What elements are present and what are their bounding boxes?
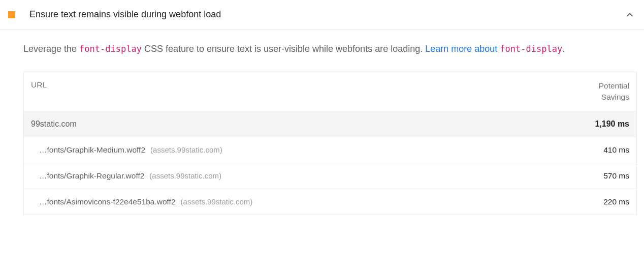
- audit-header[interactable]: Ensure text remains visible during webfo…: [0, 0, 644, 29]
- col-header-url: URL: [31, 80, 573, 102]
- resource-origin: (assets.99static.com): [149, 171, 221, 180]
- resource-savings: 220 ms: [603, 197, 629, 206]
- font-display-code: font-display: [79, 44, 142, 54]
- warning-square-icon: [8, 11, 15, 18]
- table-row: …fonts/Graphik-Medium.woff2 (assets.99st…: [24, 137, 636, 163]
- resource-path: …fonts/Asimovicons-f22e4e51ba.woff2: [39, 197, 176, 206]
- desc-text: Leverage the: [23, 44, 79, 54]
- audit-description: Leverage the font-display CSS feature to…: [23, 41, 637, 57]
- origin-total-savings: 1,190 ms: [595, 119, 629, 129]
- resource-cell: …fonts/Graphik-Regular.woff2 (assets.99s…: [39, 171, 603, 181]
- chevron-up-icon: [625, 10, 635, 20]
- desc-text: CSS feature to ensure text is user-visib…: [142, 44, 425, 54]
- learn-more-link[interactable]: Learn more about font-display: [425, 44, 562, 54]
- resource-path: …fonts/Graphik-Regular.woff2: [39, 171, 144, 181]
- table-row: …fonts/Graphik-Regular.woff2 (assets.99s…: [24, 163, 636, 189]
- audit-title: Ensure text remains visible during webfo…: [29, 9, 625, 20]
- origin-group-row: 99static.com 1,190 ms: [24, 111, 636, 137]
- audit-body: Leverage the font-display CSS feature to…: [0, 29, 644, 220]
- origin-name: 99static.com: [31, 119, 595, 129]
- col-header-savings: Potential Savings: [573, 80, 629, 102]
- resource-cell: …fonts/Asimovicons-f22e4e51ba.woff2 (ass…: [39, 197, 603, 206]
- resource-savings: 410 ms: [603, 145, 629, 155]
- desc-text: .: [562, 44, 565, 54]
- resource-savings: 570 ms: [603, 171, 629, 181]
- resource-origin: (assets.99static.com): [150, 145, 222, 154]
- savings-table: URL Potential Savings 99static.com 1,190…: [23, 72, 637, 215]
- resource-origin: (assets.99static.com): [181, 197, 253, 206]
- table-row: …fonts/Asimovicons-f22e4e51ba.woff2 (ass…: [24, 189, 636, 215]
- resource-cell: …fonts/Graphik-Medium.woff2 (assets.99st…: [39, 145, 603, 155]
- audit-panel: Ensure text remains visible during webfo…: [0, 0, 644, 220]
- font-display-code: font-display: [500, 44, 562, 54]
- link-text: Learn more about: [425, 44, 500, 54]
- table-header: URL Potential Savings: [24, 72, 636, 111]
- resource-path: …fonts/Graphik-Medium.woff2: [39, 145, 145, 155]
